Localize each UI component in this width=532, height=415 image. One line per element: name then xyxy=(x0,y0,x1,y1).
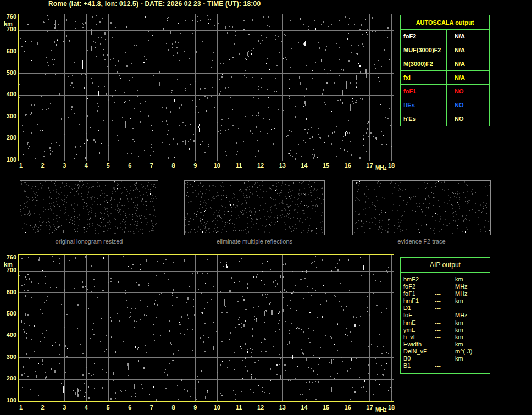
parameter-value: --- xyxy=(435,319,455,327)
parameter-name: foF1 xyxy=(401,290,435,297)
parameter-name: hmE xyxy=(401,319,435,327)
parameter-name: h'Es xyxy=(401,112,447,126)
ytick-label-top-400: 400 xyxy=(1,91,16,98)
parameter-value: --- xyxy=(435,276,455,283)
aip-row-yme: ymE---km xyxy=(401,327,490,334)
xtick-label-top-1: 1 xyxy=(15,162,27,169)
xtick-label-top-15: 15 xyxy=(320,162,332,169)
xtick-label-bottom-11: 11 xyxy=(233,404,245,411)
autoscala-table-title: AUTOSCALA output xyxy=(401,15,489,30)
parameter-name: h_vE xyxy=(401,334,435,341)
xtick-label-top-14: 14 xyxy=(298,162,310,169)
thumbnail-eliminate-reflections xyxy=(184,180,325,235)
ytick-label-bottom-700: 700 xyxy=(1,267,16,274)
parameter-value: NO xyxy=(447,98,464,112)
ytick-label-bottom-760: 760 xyxy=(1,254,16,261)
ionogram-canvas-top xyxy=(19,14,394,161)
ionogram-canvas-bottom xyxy=(19,255,394,401)
parameter-value: --- xyxy=(435,355,455,362)
xtick-label-bottom-4: 4 xyxy=(80,404,92,411)
thumbnail-caption-reflections: eliminate multiple reflections xyxy=(184,238,325,245)
parameter-name: B0 xyxy=(401,355,435,362)
parameter-unit xyxy=(455,362,490,369)
ytick-label-bottom-200: 200 xyxy=(1,375,16,382)
xtick-label-bottom-16: 16 xyxy=(342,404,354,411)
parameter-name: MUF(3000)F2 xyxy=(401,43,447,57)
parameter-value: --- xyxy=(435,362,455,369)
xtick-label-bottom-7: 7 xyxy=(146,404,158,411)
parameter-unit: m^(-3) xyxy=(455,348,490,355)
thumbnail-canvas-evidence xyxy=(353,181,490,235)
thumbnail-caption-original: original ionogram resized xyxy=(20,238,158,245)
xtick-label-top-2: 2 xyxy=(37,162,49,169)
xtick-label-top-4: 4 xyxy=(80,162,92,169)
autoscala-window: Rome (lat: +41.8, lon: 012.5) - DATE: 20… xyxy=(0,0,532,415)
aip-row-ewidth: Ewidth---km xyxy=(401,341,490,348)
parameter-name: hmF1 xyxy=(401,297,435,305)
parameter-value: N/A xyxy=(447,57,465,70)
parameter-value: N/A xyxy=(447,43,465,57)
y-axis-unit-bottom: km xyxy=(4,261,13,268)
xtick-label-top-16: 16 xyxy=(342,162,354,169)
xtick-label-bottom-8: 8 xyxy=(168,404,180,411)
parameter-name: foE xyxy=(401,312,435,319)
aip-row-hve: h_vE---km xyxy=(401,334,490,341)
autoscala-row-fof1: foF1NO xyxy=(401,85,489,98)
xtick-label-bottom-12: 12 xyxy=(254,404,267,411)
parameter-unit: km xyxy=(455,341,490,348)
parameter-unit: km xyxy=(455,276,490,283)
ytick-label-top-700: 700 xyxy=(1,26,16,33)
xtick-label-bottom-3: 3 xyxy=(58,404,70,411)
aip-row-b1: B1--- xyxy=(401,362,490,369)
parameter-name: hmF2 xyxy=(401,276,435,283)
xtick-label-bottom-13: 13 xyxy=(276,404,289,411)
ytick-label-bottom-100: 100 xyxy=(1,397,16,404)
y-axis-unit-top: km xyxy=(4,20,13,27)
aip-row-b0: B0---km xyxy=(401,355,490,362)
xtick-label-bottom-17: 17 xyxy=(363,404,375,411)
ytick-label-top-760: 760 xyxy=(1,13,16,20)
parameter-unit: MHz xyxy=(455,283,490,290)
parameter-name: DelN_vE xyxy=(401,348,435,355)
parameter-value: --- xyxy=(435,297,455,305)
xtick-label-top-12: 12 xyxy=(254,162,267,169)
parameter-value: --- xyxy=(435,290,455,297)
parameter-unit: MHz xyxy=(455,290,490,297)
parameter-unit: MHz xyxy=(455,312,490,319)
parameter-value: NO xyxy=(447,112,464,126)
aip-row-foe: foE---MHz xyxy=(401,312,490,319)
ytick-label-top-300: 300 xyxy=(1,113,16,120)
parameter-name: M(3000)F2 xyxy=(401,57,447,70)
aip-table-rows: hmF2---kmfoF2---MHzfoF1---MHzhmF1---kmD1… xyxy=(401,273,490,369)
ytick-label-top-500: 500 xyxy=(1,69,16,76)
ytick-label-bottom-500: 500 xyxy=(1,310,16,317)
aip-row-hme: hmE---km xyxy=(401,319,490,327)
thumbnail-evidence-f2 xyxy=(352,180,491,235)
parameter-value: --- xyxy=(435,348,455,355)
thumbnail-caption-evidence: evidence F2 trace xyxy=(352,238,491,245)
xtick-label-top-11: 11 xyxy=(233,162,245,169)
ytick-label-top-100: 100 xyxy=(1,156,16,163)
thumbnail-canvas-original xyxy=(20,181,158,235)
parameter-value: --- xyxy=(435,283,455,290)
autoscala-table-rows: foF2N/AMUF(3000)F2N/AM(3000)F2N/AfxIN/Af… xyxy=(401,30,489,126)
aip-row-hmf2: hmF2---km xyxy=(401,276,490,283)
parameter-unit: km xyxy=(455,334,490,341)
xtick-label-bottom-18: 18 xyxy=(385,404,397,411)
parameter-name: ftEs xyxy=(401,98,447,112)
ytick-label-bottom-300: 300 xyxy=(1,353,16,361)
parameter-value: NO xyxy=(447,85,464,98)
xtick-label-bottom-9: 9 xyxy=(189,404,201,411)
xtick-label-top-8: 8 xyxy=(168,162,180,169)
autoscala-row-m3000f2: M(3000)F2N/A xyxy=(401,57,489,71)
xtick-label-top-10: 10 xyxy=(211,162,223,169)
x-axis-unit-bottom: MHz xyxy=(375,407,387,413)
aip-row-d1: D1--- xyxy=(401,305,490,312)
parameter-name: fxI xyxy=(401,71,447,84)
page-title: Rome (lat: +41.8, lon: 012.5) - DATE: 20… xyxy=(48,0,261,8)
thumbnail-original-ionogram xyxy=(20,180,158,235)
parameter-name: D1 xyxy=(401,305,435,312)
xtick-label-top-18: 18 xyxy=(385,162,397,169)
ytick-label-top-600: 600 xyxy=(1,48,16,55)
xtick-label-bottom-15: 15 xyxy=(320,404,332,411)
